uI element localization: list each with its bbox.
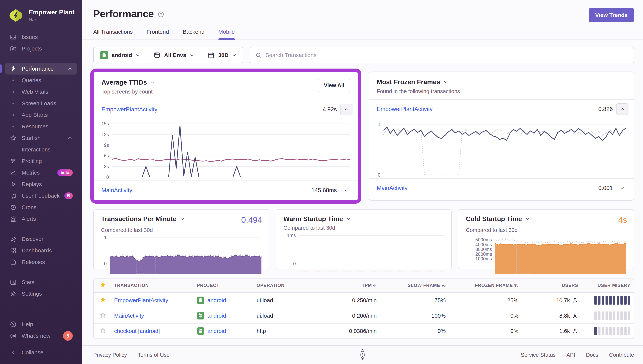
- column-header-project[interactable]: PROJECT: [194, 283, 253, 288]
- column-header-operation[interactable]: OPERATION: [253, 283, 315, 288]
- sidebar-item-web-vitals[interactable]: Web Vitals: [5, 86, 77, 98]
- column-header-user-misery[interactable]: USER MISERY: [581, 283, 634, 288]
- tab-backend[interactable]: Backend: [183, 29, 205, 40]
- sidebar-item-label: Queries: [22, 77, 41, 84]
- table-header-row: TRANSACTIONPROJECTOPERATIONTPMSLOW FRAME…: [94, 278, 634, 293]
- transaction-link[interactable]: MainActivity: [101, 187, 132, 194]
- column-header-frozen-frame[interactable]: FROZEN FRAME %: [449, 283, 522, 288]
- bullet-icon: [9, 122, 17, 130]
- sidebar-item-releases[interactable]: Releases: [5, 256, 77, 268]
- transaction-link[interactable]: EmpowerPlantActivity: [101, 106, 157, 113]
- tab-all-transactions[interactable]: All Transactions: [93, 29, 133, 40]
- question-circle-icon[interactable]: [158, 11, 164, 18]
- chart-plot: [112, 122, 350, 177]
- metric-right: 0.826: [598, 104, 628, 115]
- star-outline-icon[interactable]: [94, 312, 111, 320]
- footer-link-contribute[interactable]: Contribute: [609, 352, 634, 358]
- panel-subtitle: Compared to last 30d: [463, 227, 627, 233]
- search-input[interactable]: [265, 52, 628, 58]
- average-ttids-title-dropdown[interactable]: Average TTIDs: [101, 78, 155, 86]
- star-outline-icon[interactable]: [94, 327, 111, 335]
- cold-startup-title-dropdown[interactable]: Cold Startup Time: [466, 215, 530, 222]
- sidebar-item-help[interactable]: Help: [5, 318, 77, 330]
- column-header-slow-frame[interactable]: SLOW FRAME %: [380, 283, 449, 288]
- tpm-title-dropdown[interactable]: Transactions Per Minute: [101, 215, 185, 222]
- most-frozen-frames-title-dropdown[interactable]: Most Frozen Frames: [377, 78, 626, 86]
- transaction-link[interactable]: checkout [android]: [114, 328, 160, 334]
- users-cell: 10.7k: [522, 297, 581, 304]
- transaction-cell: MainActivity: [111, 312, 194, 319]
- date-range-filter[interactable]: 30D: [201, 47, 243, 63]
- sidebar-item-label: Profiling: [22, 158, 42, 164]
- project-link[interactable]: android: [207, 297, 226, 304]
- tab-frontend[interactable]: Frontend: [147, 29, 169, 40]
- transaction-link[interactable]: EmpowerPlantActivity: [377, 106, 433, 112]
- column-header-tpm[interactable]: TPM: [315, 283, 380, 288]
- footer-left-links: Privacy PolicyTerms of Use: [93, 352, 170, 358]
- column-header-users[interactable]: USERS: [522, 283, 581, 288]
- view-all-button[interactable]: View All: [318, 78, 350, 92]
- sidebar-item-profiling[interactable]: Profiling: [5, 155, 77, 167]
- transaction-link[interactable]: MainActivity: [377, 185, 408, 192]
- collapse-button[interactable]: Collapse: [5, 344, 77, 362]
- average-ttids-panel-highlight: Average TTIDs Top screens by count View …: [90, 68, 362, 204]
- tab-mobile[interactable]: Mobile: [218, 29, 235, 40]
- footer-link-service-status[interactable]: Service Status: [521, 352, 555, 358]
- footer-link-api[interactable]: API: [566, 352, 575, 358]
- sidebar-item-dashboards[interactable]: Dashboards: [5, 245, 77, 256]
- sidebar-item-label: Discover: [22, 236, 44, 242]
- sidebar-item-starfish[interactable]: Starfish: [5, 132, 77, 144]
- sidebar-spacer: [0, 268, 82, 276]
- sidebar-item-user-feedback[interactable]: User FeedbackB: [5, 190, 77, 202]
- footer-link-terms-of-use[interactable]: Terms of Use: [138, 352, 170, 358]
- metric-right: 145.68ms: [311, 184, 353, 196]
- sidebar-item-settings[interactable]: Settings: [5, 288, 77, 300]
- sidebar-item-indent: [9, 146, 17, 154]
- project-link[interactable]: android: [207, 328, 226, 334]
- sidebar-item-alerts[interactable]: Alerts: [5, 213, 77, 225]
- warm-startup-title-dropdown[interactable]: Warm Startup Time: [283, 215, 351, 222]
- environment-icon: [153, 52, 161, 59]
- most-frozen-frames-panel: Most Frozen Frames Found in the followin…: [369, 72, 634, 201]
- sidebar-item-crons[interactable]: Crons: [5, 202, 77, 213]
- sidebar-item-issues[interactable]: Issues: [5, 31, 77, 43]
- project-filter[interactable]: android: [94, 47, 147, 63]
- org-switcher[interactable]: Empower Plant Nar: [0, 0, 82, 31]
- star-filled-icon[interactable]: [94, 296, 111, 304]
- chevron-left-icon: [9, 349, 17, 356]
- transaction-link[interactable]: MainActivity: [114, 312, 144, 319]
- sidebar-item-interactions[interactable]: Interactions: [5, 144, 77, 155]
- transaction-link[interactable]: EmpowerPlantActivity: [114, 297, 168, 303]
- org-name: Empower Plant: [29, 8, 75, 16]
- sidebar-item-discover[interactable]: Discover: [5, 233, 77, 245]
- collapse-toggle-button[interactable]: [616, 104, 628, 115]
- environment-filter[interactable]: All Envs: [147, 47, 201, 63]
- column-header-transaction[interactable]: TRANSACTION: [111, 283, 194, 288]
- expand-toggle-button[interactable]: [340, 184, 353, 196]
- sidebar-item-metrics[interactable]: Metricsbeta: [5, 167, 77, 178]
- footer-link-docs[interactable]: Docs: [586, 352, 598, 358]
- footer-link-privacy-policy[interactable]: Privacy Policy: [93, 352, 127, 358]
- sidebar-item-what-s-new[interactable]: What's new5: [5, 330, 77, 342]
- sidebar-item-replays[interactable]: Replays: [5, 178, 77, 190]
- sidebar-item-app-starts[interactable]: App Starts: [5, 109, 77, 121]
- star-column-header[interactable]: [94, 282, 111, 289]
- axis-tick-label: 0: [106, 175, 109, 180]
- project-link[interactable]: android: [207, 312, 226, 319]
- page-title: Performance: [93, 8, 154, 19]
- sidebar-item-stats[interactable]: Stats: [5, 276, 77, 288]
- sidebar-item-queries[interactable]: Queries: [5, 74, 77, 86]
- metric-value: 4.92s: [323, 106, 337, 113]
- sidebar-item-projects[interactable]: Projects: [5, 43, 77, 54]
- collapse-toggle-button[interactable]: [340, 104, 353, 115]
- sidebar-item-resources[interactable]: Resources: [5, 121, 77, 132]
- sidebar-item-screen-loads[interactable]: Screen Loads: [5, 98, 77, 109]
- user-misery-bars: [585, 312, 630, 320]
- chevron-down-icon: [525, 216, 530, 222]
- megaphone-icon: [9, 192, 17, 200]
- sidebar-item-performance[interactable]: Performance: [5, 63, 77, 74]
- person-icon: [572, 328, 578, 334]
- project-cell: android: [194, 327, 253, 335]
- expand-toggle-button[interactable]: [616, 182, 628, 194]
- view-trends-button[interactable]: View Trends: [589, 8, 634, 22]
